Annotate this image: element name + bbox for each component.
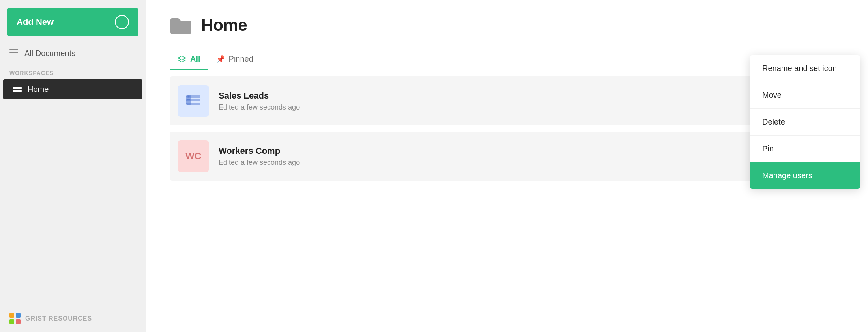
context-menu-item-manage-users[interactable]: Manage users <box>750 162 860 189</box>
doc-thumb-sales-leads <box>178 85 209 117</box>
doc-row-sales-leads[interactable]: Sales Leads Edited a few seconds ago ··· <box>170 76 844 125</box>
workspaces-section-label: WORKSPACES <box>0 63 146 79</box>
layers-icon <box>9 49 19 58</box>
doc-thumb-workers-comp: WC <box>178 140 209 172</box>
sidebar: Add New + All Documents WORKSPACES Home … <box>0 0 146 332</box>
doc-meta-workers-comp: Edited a few seconds ago <box>219 159 836 167</box>
tab-pinned-label: Pinned <box>229 54 253 63</box>
workers-comp-initials: WC <box>185 151 201 162</box>
pin-icon: 📌 <box>216 55 225 63</box>
stacked-layers-icon <box>178 55 186 63</box>
doc-name-workers-comp: Workers Comp <box>219 146 836 156</box>
sidebar-item-home[interactable]: Home <box>3 79 142 99</box>
page-title: Home <box>201 16 247 35</box>
grist-logo-icon <box>9 313 21 324</box>
context-menu-item-rename[interactable]: Rename and set icon <box>750 55 860 82</box>
svg-point-4 <box>188 96 190 98</box>
doc-meta-sales-leads: Edited a few seconds ago <box>219 103 806 112</box>
add-new-label: Add New <box>17 17 54 27</box>
add-new-button[interactable]: Add New + <box>7 8 138 36</box>
home-workspace-icon <box>13 86 22 93</box>
document-list: Sales Leads Edited a few seconds ago ···… <box>170 70 844 181</box>
doc-row-workers-comp[interactable]: WC Workers Comp Edited a few seconds ago <box>170 132 844 181</box>
tab-pinned[interactable]: 📌 Pinned <box>208 49 261 70</box>
doc-info-sales-leads: Sales Leads Edited a few seconds ago <box>219 91 806 112</box>
tab-all-label: All <box>190 54 200 63</box>
tabs-row: All 📌 Pinned Sort by name ▾ <box>170 49 844 70</box>
workspace-home-label: Home <box>28 85 49 94</box>
sales-leads-thumb-icon <box>185 92 202 110</box>
context-menu-item-pin[interactable]: Pin <box>750 136 860 162</box>
context-menu-item-move[interactable]: Move <box>750 82 860 109</box>
doc-info-workers-comp: Workers Comp Edited a few seconds ago <box>219 146 836 167</box>
main-content: Home All 📌 Pinned Sort by name ▾ <box>146 0 868 332</box>
page-header: Home <box>170 16 844 35</box>
grist-resources-label: GRIST RESOURCES <box>25 315 92 322</box>
tab-all[interactable]: All <box>170 49 208 70</box>
context-menu: Rename and set icon Move Delete Pin Mana… <box>750 55 860 189</box>
all-documents-label: All Documents <box>24 49 75 58</box>
context-menu-item-delete[interactable]: Delete <box>750 109 860 136</box>
folder-icon <box>170 16 192 35</box>
all-documents-item[interactable]: All Documents <box>0 43 146 63</box>
doc-name-sales-leads: Sales Leads <box>219 91 806 101</box>
grist-resources-item[interactable]: GRIST RESOURCES <box>0 305 146 332</box>
plus-icon: + <box>115 15 129 29</box>
